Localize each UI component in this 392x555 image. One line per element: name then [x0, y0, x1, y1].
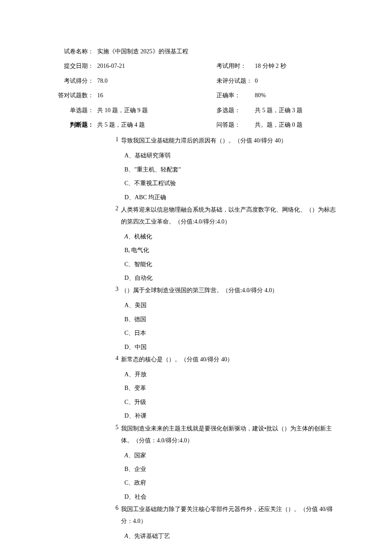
label-exam-name: 试卷名称： [51, 47, 97, 56]
question-number: 3 [111, 285, 121, 294]
value-ungraded: 0 [255, 76, 341, 86]
option-text: 、先讲基础丁艺 [128, 533, 170, 539]
answer-option: A、国家 [121, 451, 341, 460]
meta-row-date: 提交日期： 2016-07-21 考试用时： 18 分钟 2 秒 [51, 61, 341, 71]
value-multi-choice: 共 5 题，正确 3 题 [255, 106, 341, 115]
meta-row-correct: 答对试题数： 16 正确率： 80% [51, 91, 341, 100]
label-ungraded: 未评分试题： [216, 76, 255, 86]
value-correct-count: 16 [97, 91, 216, 100]
label-multi-choice: 多选题： [216, 106, 255, 115]
question-body: 导致我国工业基础能力滞后的原因有（）。（分值 40/得分 40）A、基础研究薄弱… [121, 135, 341, 203]
answer-option: B、"重主机、轻配套" [121, 165, 341, 174]
label-score: 考试得分： [51, 76, 97, 86]
answer-option: A、美国 [121, 301, 341, 310]
question-text: （）属于全球制造业强国的第三阵营。（分值:4.0/得分 4.0） [121, 285, 341, 296]
meta-row-judge: 判断题： 共 5 题，正确 4 题 问答题： 共。题，正确 0 题 [51, 120, 341, 130]
question-list: 1导致我国工业基础能力滞后的原因有（）。（分值 40/得分 40）A、基础研究薄… [111, 135, 341, 542]
question: 5我国制造业未来的主题主线就是要强化创新驱动，建设•批以（）为主体的创新主体。（… [111, 423, 341, 503]
answer-option: D、中国 [121, 343, 341, 352]
question: 3（）属于全球制造业强国的第三阵营。（分值:4.0/得分 4.0）A、美国B、德… [111, 285, 341, 353]
answer-option: C、升级 [121, 398, 341, 407]
value-single-choice: 共 10 题，正确 9 题 [97, 106, 216, 115]
value-judge: 共 5 题，正确 4 题 [97, 120, 216, 130]
value-score: 78.0 [97, 76, 216, 86]
value-accuracy: 80% [255, 91, 341, 100]
answer-option: A、机械化 [121, 232, 341, 241]
question-number: 5 [111, 423, 121, 432]
answer-option: A、先讲基础丁艺 [121, 532, 341, 541]
option-text: 、机械化 [128, 233, 152, 240]
question-body: （）属于全球制造业强国的第三阵营。（分值:4.0/得分 4.0）A、美国B、德国… [121, 285, 341, 353]
answer-option: B, 电气化 [121, 246, 341, 255]
exam-metadata: 试卷名称： 实施《中国制造 2025》的强基工程 提交日期： 2016-07-2… [51, 47, 341, 130]
value-duration: 18 分钟 2 秒 [255, 61, 341, 71]
question-number: 2 [111, 204, 121, 213]
question-body: 我国制造业未来的主题主线就是要强化创新驱动，建设•批以（）为主体的创新主体。（分… [121, 423, 341, 503]
question: 4新常态的核心是（）。（分值 40/得分 40）A、开放B、变革C、升级D、补课 [111, 354, 341, 422]
answer-option: B、企业 [121, 465, 341, 474]
question-text: 导致我国工业基础能力滞后的原因有（）。（分值 40/得分 40） [121, 135, 341, 147]
option-text: 、国家 [128, 452, 146, 459]
label-correct-count: 答对试题数： [51, 91, 97, 100]
value-essay: 共。题，正确 0 题 [255, 120, 341, 130]
answer-option: B、德国 [121, 315, 341, 324]
answer-option: C、不重视工程试验 [121, 179, 341, 188]
answer-option: D、补课 [121, 411, 341, 421]
question-text: 人类将迎来以信息物理融合系统为基础，以生产高度数字化、网络化、（）为标志的第四次… [121, 204, 341, 228]
answer-option: B、变革 [121, 384, 341, 393]
meta-row-name: 试卷名称： 实施《中国制造 2025》的强基工程 [51, 47, 341, 56]
option-letter: A [124, 452, 128, 459]
answer-option: A、基础研究薄弱 [121, 151, 341, 160]
label-judge: 判断题： [51, 120, 97, 130]
label-essay: 问答题： [216, 120, 255, 130]
answer-option: C、智能化 [121, 260, 341, 269]
label-single-choice: 单选题： [51, 106, 97, 115]
meta-row-single: 单选题： 共 10 题，正确 9 题 多选题： 共 5 题，正确 3 题 [51, 106, 341, 115]
question-number: 1 [111, 135, 121, 144]
answer-option: D、ABC 均正确 [121, 193, 341, 202]
label-accuracy: 正确率： [216, 91, 255, 100]
question-number: 6 [111, 503, 121, 513]
answer-option: A、开放 [121, 370, 341, 379]
answer-option: D、自动化 [121, 273, 341, 283]
question-text: 我国工业基础能力除了要关注核心零部件元器件外，还应关注（）。（分值 40/得分：… [121, 503, 341, 527]
label-duration: 考试用时： [216, 61, 255, 71]
value-exam-name: 实施《中国制造 2025》的强基工程 [97, 47, 216, 56]
option-letter: A [124, 533, 128, 539]
question: 1导致我国工业基础能力滞后的原因有（）。（分值 40/得分 40）A、基础研究薄… [111, 135, 341, 203]
question-number: 4 [111, 354, 121, 363]
answer-option: C、政府 [121, 478, 341, 488]
question: 2人类将迎来以信息物理融合系统为基础，以生产高度数字化、网络化、（）为标志的第四… [111, 204, 341, 284]
question-body: 我国工业基础能力除了要关注核心零部件元器件外，还应关注（）。（分值 40/得分：… [121, 503, 341, 542]
question: 6我国工业基础能力除了要关注核心零部件元器件外，还应关注（）。（分值 40/得分… [111, 503, 341, 542]
question-text: 我国制造业未来的主题主线就是要强化创新驱动，建设•批以（）为主体的创新主体。（分… [121, 423, 341, 447]
answer-option: C、日本 [121, 328, 341, 338]
label-submit-date: 提交日期： [51, 61, 97, 71]
value-submit-date: 2016-07-21 [97, 61, 216, 71]
question-text: 新常态的核心是（）。（分值 40/得分 40） [121, 354, 341, 366]
question-body: 新常态的核心是（）。（分值 40/得分 40）A、开放B、变革C、升级D、补课 [121, 354, 341, 422]
answer-option: D、社会 [121, 492, 341, 502]
option-letter: A [124, 233, 128, 240]
question-body: 人类将迎来以信息物理融合系统为基础，以生产高度数字化、网络化、（）为标志的第四次… [121, 204, 341, 284]
meta-row-score: 考试得分： 78.0 未评分试题： 0 [51, 76, 341, 86]
